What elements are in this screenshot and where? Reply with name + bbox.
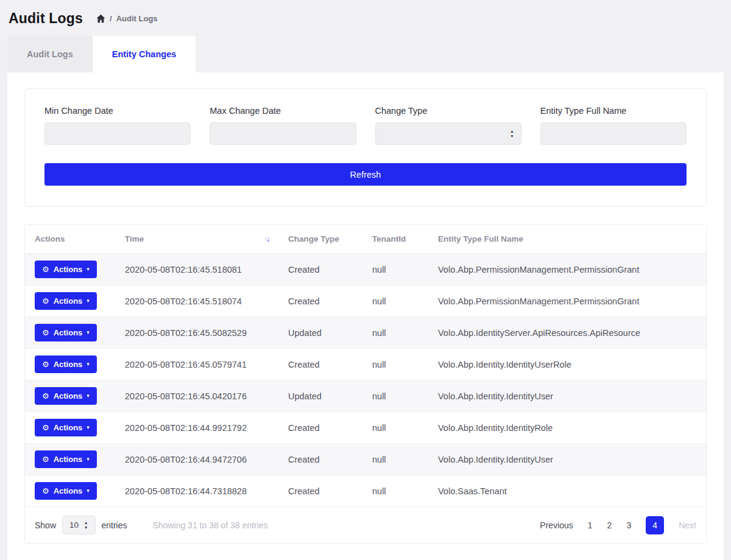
tab-entity-changes[interactable]: Entity Changes bbox=[93, 36, 196, 72]
cell-time: 2020-05-08T02:16:44.7318828 bbox=[115, 475, 278, 507]
pagination-page-4[interactable]: 4 bbox=[646, 516, 664, 534]
cell-time: 2020-05-08T02:16:45.0420176 bbox=[115, 380, 278, 412]
sort-icon[interactable]: ↑↓ bbox=[264, 235, 269, 243]
cell-time: 2020-05-08T02:16:44.9472706 bbox=[115, 444, 278, 475]
breadcrumb-separator: / bbox=[110, 14, 112, 23]
pagination-previous[interactable]: Previous bbox=[540, 520, 573, 530]
entity-type-input[interactable] bbox=[540, 122, 687, 145]
caret-down-icon: ▾ bbox=[87, 267, 90, 272]
column-header-change-type: Change Type bbox=[278, 225, 362, 254]
max-change-date-label: Max Change Date bbox=[210, 106, 356, 116]
row-actions-button[interactable]: ⚙Actions▾ bbox=[35, 324, 97, 341]
column-header-tenantid: TenantId bbox=[362, 225, 428, 254]
row-actions-button[interactable]: ⚙Actions▾ bbox=[35, 482, 97, 500]
cell-change-type: Created bbox=[278, 254, 362, 285]
page-size-value: 10 bbox=[69, 520, 79, 530]
max-change-date-input[interactable] bbox=[210, 122, 356, 145]
table-row: ⚙Actions▾ 2020-05-08T02:16:44.9472706 Cr… bbox=[25, 444, 706, 475]
cell-entity-type: Volo.Abp.Identity.IdentityUserRole bbox=[428, 349, 706, 380]
gear-icon: ⚙ bbox=[42, 392, 49, 400]
gear-icon: ⚙ bbox=[42, 424, 49, 432]
filter-field-entity-type: Entity Type Full Name bbox=[540, 106, 687, 145]
cell-time: 2020-05-08T02:16:45.5082529 bbox=[115, 317, 278, 349]
pagination-next[interactable]: Next bbox=[679, 520, 696, 530]
cell-change-type: Created bbox=[278, 444, 362, 475]
cell-entity-type: Volo.Abp.PermissionManagement.Permission… bbox=[428, 254, 706, 285]
select-updown-icon: ▲ ▼ bbox=[510, 129, 514, 138]
gear-icon: ⚙ bbox=[42, 360, 49, 368]
show-label: Show bbox=[35, 520, 56, 530]
table-row: ⚙Actions▾ 2020-05-08T02:16:45.0420176 Up… bbox=[25, 380, 706, 412]
row-actions-button[interactable]: ⚙Actions▾ bbox=[35, 450, 97, 468]
showing-entries-text: Showing 31 to 38 of 38 entries bbox=[153, 520, 268, 530]
pagination-page-3[interactable]: 3 bbox=[626, 520, 631, 530]
cell-change-type: Created bbox=[278, 475, 362, 507]
cell-change-type: Updated bbox=[278, 380, 362, 412]
entity-type-label: Entity Type Full Name bbox=[540, 106, 687, 116]
entries-label: entries bbox=[102, 520, 127, 530]
column-header-time[interactable]: Time ↑↓ bbox=[115, 225, 278, 254]
row-actions-button[interactable]: ⚙Actions▾ bbox=[35, 355, 97, 373]
filter-field-min-change-date: Min Change Date bbox=[44, 106, 191, 145]
column-header-entity-type: Entity Type Full Name bbox=[428, 225, 706, 254]
home-icon[interactable] bbox=[96, 14, 105, 23]
tab-bar: Audit Logs Entity Changes bbox=[7, 36, 724, 72]
caret-down-icon: ▾ bbox=[87, 362, 90, 367]
caret-down-icon: ▾ bbox=[87, 488, 90, 494]
table-row: ⚙Actions▾ 2020-05-08T02:16:45.5082529 Up… bbox=[25, 317, 706, 349]
cell-tenantid: null bbox=[362, 285, 428, 317]
cell-time: 2020-05-08T02:16:45.518081 bbox=[115, 254, 278, 285]
gear-icon: ⚙ bbox=[42, 487, 49, 495]
cell-tenantid: null bbox=[362, 380, 428, 412]
caret-down-icon: ▾ bbox=[87, 330, 90, 335]
refresh-button[interactable]: Refresh bbox=[44, 163, 687, 186]
min-change-date-label: Min Change Date bbox=[44, 106, 191, 116]
change-type-label: Change Type bbox=[375, 106, 521, 116]
min-change-date-input[interactable] bbox=[44, 122, 191, 145]
tab-audit-logs[interactable]: Audit Logs bbox=[7, 36, 93, 72]
cell-change-type: Created bbox=[278, 412, 362, 444]
filter-card: Min Change Date Max Change Date Change T… bbox=[24, 88, 707, 207]
caret-down-icon: ▾ bbox=[87, 393, 90, 399]
table-row: ⚙Actions▾ 2020-05-08T02:16:45.0579741 Cr… bbox=[25, 349, 706, 380]
pagination-page-2[interactable]: 2 bbox=[607, 520, 612, 530]
row-actions-button[interactable]: ⚙Actions▾ bbox=[35, 261, 97, 278]
page-size-updown-icon: ▲ ▼ bbox=[84, 520, 88, 530]
gear-icon: ⚙ bbox=[42, 329, 49, 337]
cell-tenantid: null bbox=[362, 254, 428, 285]
cell-entity-type: Volo.Abp.PermissionManagement.Permission… bbox=[428, 285, 706, 317]
entity-changes-table: Actions Time ↑↓ Change Type TenantId Ent… bbox=[25, 225, 706, 507]
cell-tenantid: null bbox=[362, 349, 428, 380]
column-header-actions: Actions bbox=[25, 225, 115, 254]
gear-icon: ⚙ bbox=[42, 297, 49, 305]
content-panel: Min Change Date Max Change Date Change T… bbox=[7, 72, 724, 560]
entity-changes-table-card: Actions Time ↑↓ Change Type TenantId Ent… bbox=[24, 224, 707, 544]
breadcrumb: / Audit Logs bbox=[96, 14, 158, 23]
row-actions-button[interactable]: ⚙Actions▾ bbox=[35, 387, 97, 405]
gear-icon: ⚙ bbox=[42, 455, 49, 463]
table-row: ⚙Actions▾ 2020-05-08T02:16:45.518074 Cre… bbox=[25, 285, 706, 317]
audit-logs-page: Audit Logs / Audit Logs Audit Logs Entit… bbox=[0, 0, 731, 560]
filter-grid: Min Change Date Max Change Date Change T… bbox=[44, 106, 687, 145]
caret-down-icon: ▾ bbox=[87, 425, 90, 430]
pagination-page-1[interactable]: 1 bbox=[588, 520, 593, 530]
caret-down-icon: ▾ bbox=[87, 298, 90, 304]
cell-tenantid: null bbox=[362, 444, 428, 475]
table-footer: Show 10 ▲ ▼ entries Showing 31 to 38 of … bbox=[25, 507, 706, 543]
cell-change-type: Updated bbox=[278, 317, 362, 349]
cell-time: 2020-05-08T02:16:44.9921792 bbox=[115, 412, 278, 444]
page-size-select[interactable]: 10 ▲ ▼ bbox=[62, 516, 95, 534]
row-actions-button[interactable]: ⚙Actions▾ bbox=[35, 292, 97, 310]
change-type-select[interactable]: ▲ ▼ bbox=[375, 122, 521, 145]
column-header-time-label: Time bbox=[125, 234, 144, 243]
cell-entity-type: Volo.Abp.Identity.IdentityUser bbox=[428, 444, 706, 475]
row-actions-button[interactable]: ⚙Actions▾ bbox=[35, 419, 97, 436]
filter-field-max-change-date: Max Change Date bbox=[210, 106, 356, 145]
pagination: Previous 1 2 3 4 Next bbox=[540, 516, 696, 534]
table-row: ⚙Actions▾ 2020-05-08T02:16:44.7318828 Cr… bbox=[25, 475, 706, 507]
cell-change-type: Created bbox=[278, 285, 362, 317]
breadcrumb-item: Audit Logs bbox=[116, 14, 158, 23]
page-header: Audit Logs / Audit Logs bbox=[0, 0, 731, 33]
cell-entity-type: Volo.Abp.Identity.IdentityRole bbox=[428, 412, 706, 444]
cell-tenantid: null bbox=[362, 475, 428, 507]
